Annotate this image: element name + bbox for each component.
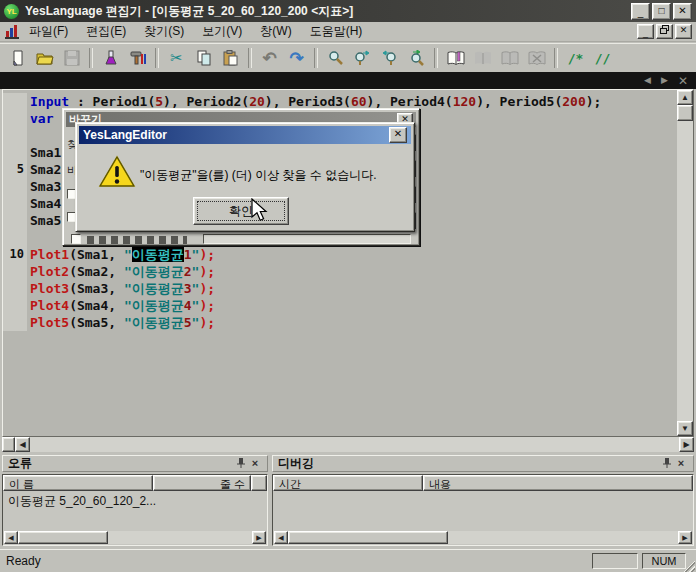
column-header-name[interactable]: 이 름	[3, 475, 153, 491]
column-header-lines[interactable]: 줄 수	[153, 475, 251, 491]
status-bar: Ready NUM	[0, 549, 696, 572]
menu-item-0[interactable]: 파일(F)	[20, 21, 77, 42]
message-box-titlebar[interactable]: YesLangEditor ✕	[79, 126, 411, 144]
debug-panel-header[interactable]: 디버깅 ×	[272, 455, 694, 472]
maximize-button[interactable]: □	[652, 3, 671, 20]
line-number	[3, 178, 27, 195]
book-next-icon	[474, 50, 492, 66]
redo-button[interactable]: ↷	[284, 46, 309, 70]
errors-scroll-right-button[interactable]: ▶	[252, 531, 266, 544]
debug-scrollbar[interactable]: ◀ ▶	[274, 531, 692, 544]
document-tab-strip: ◀ ▶ ✕	[0, 72, 696, 89]
line-number	[3, 93, 27, 110]
debug-panel-title: 디버깅	[278, 455, 314, 472]
find-next-button[interactable]	[350, 46, 375, 70]
comment-block-button[interactable]: /*	[563, 46, 588, 70]
bookmark-toggle-button[interactable]	[443, 46, 468, 70]
warning-icon	[98, 155, 136, 193]
comment-line-button[interactable]: //	[590, 46, 615, 70]
editor-vertical-scrollbar[interactable]: ▲ ▼	[677, 90, 693, 436]
cut-button[interactable]: ✂	[164, 46, 189, 70]
scroll-up-button[interactable]: ▲	[677, 90, 693, 105]
debug-scroll-right-button[interactable]: ▶	[678, 531, 692, 544]
code-line-11[interactable]: Plot2(Sma2, "이동평균2");	[3, 263, 677, 280]
menu-item-2[interactable]: 찾기(S)	[135, 21, 193, 42]
paste-button[interactable]	[218, 46, 243, 70]
application-window: YL YesLanguage 편집기 - [이동평균 5_20_60_120_2…	[0, 0, 696, 572]
errors-panel-header[interactable]: 오류 ×	[2, 455, 268, 472]
pin-icon[interactable]	[660, 457, 674, 471]
scroll-right-button[interactable]: ▶	[679, 437, 694, 452]
line-number: 5	[3, 161, 27, 178]
resize-grip[interactable]	[683, 560, 695, 572]
find-button[interactable]	[323, 46, 348, 70]
code-line-14[interactable]: Plot5(Sma5, "이동평균5");	[3, 314, 677, 331]
editor-horizontal-scrollbar[interactable]: ◀ ▶	[2, 437, 694, 452]
menu-item-3[interactable]: 보기(V)	[193, 21, 251, 42]
column-header-content[interactable]: 내용	[423, 475, 693, 491]
scroll-down-button[interactable]: ▼	[677, 421, 693, 436]
input-fragment[interactable]	[203, 234, 411, 244]
menu-item-5[interactable]: 도움말(H)	[301, 21, 372, 42]
mdi-restore-button[interactable]	[656, 24, 673, 39]
checkbox-fragment[interactable]	[71, 234, 81, 244]
line-number	[3, 212, 27, 229]
mdi-minimize-button[interactable]: _	[637, 24, 654, 39]
error-rows: 이동평균 5_20_60_120_2...	[3, 491, 267, 512]
copy-button[interactable]	[191, 46, 216, 70]
title-bar[interactable]: YL YesLanguage 편집기 - [이동평균 5_20_60_120_2…	[0, 0, 696, 22]
message-box: YesLangEditor ✕ "이동평균"을(를) (더) 이상 찾을 수 없…	[75, 122, 415, 232]
code-line-13[interactable]: Plot4(Sma4, "이동평균4");	[3, 297, 677, 314]
build-tools-button[interactable]	[125, 46, 150, 70]
minimize-button[interactable]: _	[631, 3, 650, 20]
debug-table: 시간 내용 ◀ ▶	[272, 474, 694, 546]
debug-scroll-thumb[interactable]	[288, 531, 448, 544]
tab-scroll-right-icon[interactable]: ▶	[661, 76, 668, 85]
bookmark-clear-all-button[interactable]	[524, 46, 549, 70]
code-line-12[interactable]: Plot3(Sma3, "이동평균3");	[3, 280, 677, 297]
bookmark-next-button[interactable]	[470, 46, 495, 70]
menu-item-1[interactable]: 편집(E)	[77, 21, 135, 42]
mdi-close-button[interactable]: ✕	[675, 24, 692, 39]
toolbar: ✂ ↶ ↷	[0, 43, 696, 72]
line-number	[3, 263, 27, 280]
replace-button[interactable]	[404, 46, 429, 70]
tab-close-icon[interactable]: ✕	[678, 75, 688, 87]
label-fragment	[87, 236, 187, 244]
new-file-button[interactable]	[5, 46, 30, 70]
open-file-button[interactable]	[32, 46, 57, 70]
menu-item-4[interactable]: 창(W)	[251, 21, 300, 42]
compile-button[interactable]	[98, 46, 123, 70]
pin-icon[interactable]	[234, 457, 248, 471]
comment-block-icon: /*	[568, 51, 584, 66]
code-line-10[interactable]: 10Plot1(Sma1, "이동평균1");	[3, 246, 677, 263]
errors-scroll-thumb[interactable]	[18, 531, 108, 544]
book-icon	[447, 50, 465, 66]
message-box-close-icon[interactable]: ✕	[389, 127, 407, 143]
errors-scroll-left-button[interactable]: ◀	[4, 531, 18, 544]
window-title: YesLanguage 편집기 - [이동평균 5_20_60_120_200 …	[25, 3, 631, 20]
redo-icon: ↷	[289, 48, 303, 69]
save-button[interactable]	[59, 46, 84, 70]
ok-button[interactable]: 확인	[193, 197, 289, 225]
errors-scrollbar[interactable]: ◀ ▶	[4, 531, 266, 544]
undo-icon: ↶	[262, 48, 276, 69]
bookmark-previous-button[interactable]	[497, 46, 522, 70]
mouse-cursor	[250, 198, 272, 226]
debug-scroll-left-button[interactable]: ◀	[274, 531, 288, 544]
find-previous-button[interactable]	[377, 46, 402, 70]
app-icon: YL	[4, 4, 19, 19]
error-row[interactable]: 이동평균 5_20_60_120_2...	[3, 491, 267, 512]
undo-button[interactable]: ↶	[257, 46, 282, 70]
close-button[interactable]: ✕	[673, 3, 692, 20]
debug-close-icon[interactable]: ×	[674, 458, 688, 469]
column-header-time[interactable]: 시간	[273, 475, 423, 491]
errors-panel-title: 오류	[8, 455, 32, 472]
splitter-box[interactable]	[2, 437, 15, 452]
errors-close-icon[interactable]: ×	[248, 458, 262, 469]
vertical-scroll-thumb[interactable]	[677, 105, 693, 121]
paste-icon	[223, 50, 238, 66]
tab-scroll-left-icon[interactable]: ◀	[644, 76, 651, 85]
scroll-left-button[interactable]: ◀	[15, 437, 30, 452]
line-number	[3, 110, 27, 127]
